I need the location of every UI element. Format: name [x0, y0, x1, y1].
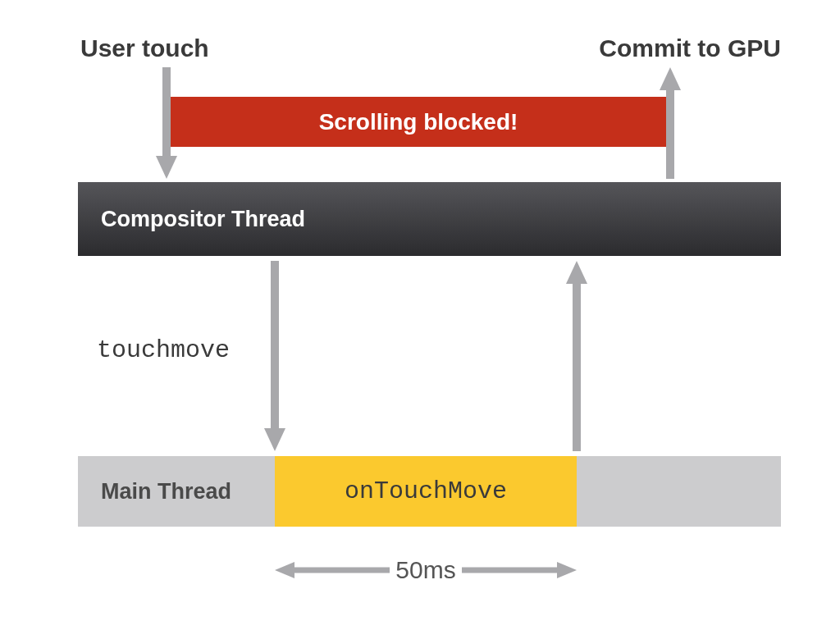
- arrow-up-commit-gpu: [660, 67, 681, 179]
- arrow-down-user-touch: [156, 67, 177, 179]
- timing-label: 50ms: [390, 556, 462, 584]
- svg-marker-5: [264, 428, 285, 451]
- touchmove-label: touchmove: [97, 336, 230, 364]
- svg-marker-8: [275, 562, 294, 578]
- compositor-thread-bar: Compositor Thread: [78, 182, 781, 256]
- scrolling-blocked-bar: Scrolling blocked!: [167, 97, 670, 147]
- user-touch-label: User touch: [80, 34, 209, 62]
- arrow-up-main-to-compositor: [566, 261, 587, 451]
- main-thread-bar: Main Thread onTouchMove: [78, 456, 781, 527]
- compositor-thread-label: Compositor Thread: [101, 207, 305, 232]
- svg-marker-11: [557, 562, 577, 578]
- on-touch-move-label: onTouchMove: [345, 477, 507, 505]
- diagram-stage: User touch Commit to GPU Scrolling block…: [0, 0, 840, 630]
- main-thread-label: Main Thread: [101, 479, 231, 504]
- svg-marker-3: [660, 67, 681, 90]
- arrow-down-compositor-to-main: [264, 261, 285, 451]
- on-touch-move-segment: onTouchMove: [275, 456, 577, 527]
- commit-gpu-label: Commit to GPU: [599, 34, 781, 62]
- svg-marker-1: [156, 156, 177, 179]
- svg-marker-7: [566, 261, 587, 284]
